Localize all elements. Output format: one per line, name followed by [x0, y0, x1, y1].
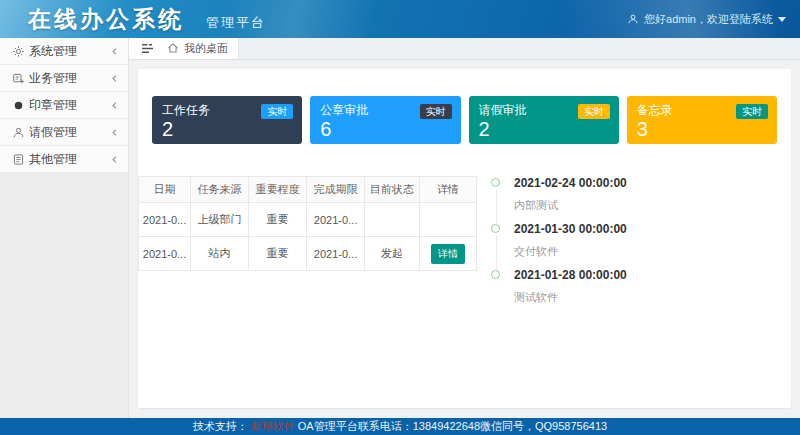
col-source: 任务来源: [191, 177, 249, 203]
timeline-datetime: 2021-01-30 00:00:00: [514, 222, 777, 236]
timeline-desc: 测试软件: [514, 290, 777, 305]
content-area: 工作任务 2 实时 公章审批 6 实时: [129, 60, 800, 418]
cell-status: 发起: [365, 237, 420, 271]
user-menu[interactable]: 您好admin，欢迎登陆系统: [627, 12, 786, 27]
cell-importance: 重要: [249, 203, 307, 237]
table-row: 2021-0... 上级部门 重要 2021-0...: [139, 203, 477, 237]
timeline-dot: [491, 178, 500, 187]
col-deadline: 完成期限: [307, 177, 365, 203]
cell-status: [365, 203, 420, 237]
document-icon: [12, 153, 29, 166]
home-icon: [167, 42, 179, 56]
realtime-badge: 实时: [736, 104, 768, 119]
gear-icon: [12, 45, 29, 58]
stamp-circle-icon: [12, 99, 29, 112]
chevron-left-icon: [110, 128, 119, 137]
cell-importance: 重要: [249, 237, 307, 271]
user-greeting: 您好admin，欢迎登陆系统: [644, 12, 773, 27]
chevron-left-icon: [110, 47, 119, 56]
stat-cards: 工作任务 2 实时 公章审批 6 实时: [138, 69, 791, 144]
footer-vendor-link[interactable]: 新翔软件: [251, 419, 295, 434]
timeline-item: 2021-01-30 00:00:00 交付软件: [491, 222, 777, 268]
cell-date: 2021-0...: [139, 237, 191, 271]
chevron-down-icon: [778, 17, 786, 22]
sidebar-item[interactable]: 业务管理: [0, 65, 128, 92]
timeline-connector: [496, 190, 497, 225]
app-logo: 在线办公系统: [28, 4, 184, 35]
cell-source: 站内: [191, 237, 249, 271]
sidebar-nav: 系统管理 业务管理 印章管理 请假管理: [0, 38, 129, 418]
timeline-connector: [496, 236, 497, 271]
timeline-desc: 内部测试: [514, 198, 777, 213]
main-area: 我的桌面 工作任务 2 实时: [129, 38, 800, 418]
sidebar-item-label: 其他管理: [29, 151, 110, 168]
app-window: 在线办公系统 管理平台 您好admin，欢迎登陆系统 系统管理 业务管理: [0, 0, 800, 435]
realtime-badge: 实时: [261, 104, 293, 119]
cell-deadline: 2021-0...: [307, 237, 365, 271]
table-row: 2021-0... 站内 重要 2021-0... 发起 详情: [139, 237, 477, 271]
stat-card-value: 2: [162, 119, 292, 140]
cell-deadline: 2021-0...: [307, 203, 365, 237]
sidebar-item[interactable]: 其他管理: [0, 146, 128, 173]
stat-card: 备忘录 3 实时: [627, 96, 777, 144]
cell-date: 2021-0...: [139, 203, 191, 237]
stat-card: 公章审批 6 实时: [310, 96, 460, 144]
timeline-dot: [491, 224, 500, 233]
realtime-badge: 实时: [420, 104, 452, 119]
timeline-dot: [491, 270, 500, 279]
app-grid-icon: [12, 72, 29, 85]
timeline-datetime: 2021-01-28 00:00:00: [514, 268, 777, 282]
cell-source: 上级部门: [191, 203, 249, 237]
sidebar-item[interactable]: 系统管理: [0, 38, 128, 65]
sidebar-item-label: 印章管理: [29, 97, 110, 114]
tab-bar: 我的桌面: [129, 38, 800, 60]
tab-label: 我的桌面: [184, 41, 228, 56]
footer-prefix: 技术支持：: [193, 419, 248, 434]
chevron-left-icon: [110, 101, 119, 110]
memo-timeline: 2021-02-24 00:00:00 内部测试 2021-01-30 00:0…: [477, 176, 777, 314]
timeline-item: 2021-01-28 00:00:00 测试软件: [491, 268, 777, 314]
stat-card: 工作任务 2 实时: [152, 96, 302, 144]
app-subtitle: 管理平台: [206, 14, 266, 32]
sidebar-item-label: 业务管理: [29, 70, 110, 87]
sidebar-item[interactable]: 请假管理: [0, 119, 128, 146]
cell-detail: [420, 203, 477, 237]
collapse-menu-icon[interactable]: [139, 41, 157, 56]
dashboard-panel: 工作任务 2 实时 公章审批 6 实时: [138, 69, 791, 408]
cell-detail: 详情: [420, 237, 477, 271]
sidebar-item-label: 系统管理: [29, 43, 110, 60]
col-date: 日期: [139, 177, 191, 203]
tab-my-desktop[interactable]: 我的桌面: [167, 41, 228, 56]
col-status: 目前状态: [365, 177, 420, 203]
chevron-left-icon: [110, 155, 119, 164]
timeline-datetime: 2021-02-24 00:00:00: [514, 176, 777, 190]
footer-contact: OA管理平台联系电话：13849422648微信同号，QQ958756413: [298, 419, 607, 434]
task-table: 日期 任务来源 重要程度 完成期限 目前状态 详情: [138, 176, 477, 314]
sidebar-item-label: 请假管理: [29, 124, 110, 141]
stat-card-value: 3: [637, 119, 767, 140]
stat-card-value: 2: [479, 119, 609, 140]
stat-card-value: 6: [320, 119, 450, 140]
timeline-desc: 交付软件: [514, 244, 777, 259]
footer-bar: 技术支持：新翔软件 OA管理平台联系电话：13849422648微信同号，QQ9…: [0, 418, 800, 435]
col-detail: 详情: [420, 177, 477, 203]
user-icon: [627, 13, 639, 25]
person-icon: [12, 126, 29, 139]
table-header-row: 日期 任务来源 重要程度 完成期限 目前状态 详情: [139, 177, 477, 203]
sidebar-item[interactable]: 印章管理: [0, 92, 128, 119]
top-header: 在线办公系统 管理平台 您好admin，欢迎登陆系统: [0, 0, 800, 38]
realtime-badge: 实时: [578, 104, 610, 119]
col-importance: 重要程度: [249, 177, 307, 203]
timeline-item: 2021-02-24 00:00:00 内部测试: [491, 176, 777, 222]
stat-card: 请假审批 2 实时: [469, 96, 619, 144]
chevron-left-icon: [110, 74, 119, 83]
detail-button[interactable]: 详情: [431, 244, 465, 264]
